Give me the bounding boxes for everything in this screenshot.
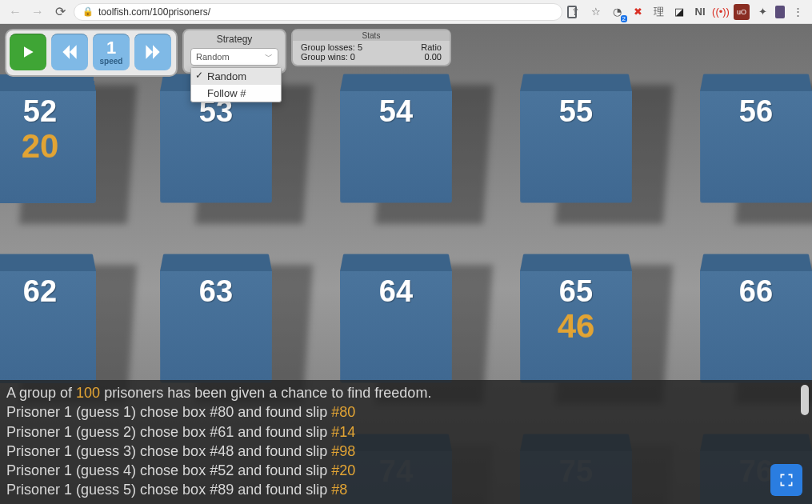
box-number: 65: [559, 274, 593, 309]
box-number: 63: [199, 274, 233, 309]
box-number: 52: [23, 94, 57, 129]
box-62[interactable]: 62: [0, 244, 112, 383]
chevron-down-icon: ﹀: [265, 51, 273, 62]
speed-button[interactable]: 1 speed: [93, 34, 130, 70]
box-front: 56: [700, 91, 812, 203]
ext-badge-icon[interactable]: ◔: [609, 4, 625, 20]
box-63[interactable]: 63: [160, 244, 288, 383]
box-number: 62: [23, 274, 57, 309]
box-54[interactable]: 54: [340, 64, 468, 203]
strategy-title: Strategy: [190, 34, 278, 45]
box-front: 5220: [0, 91, 96, 203]
event-log: A group of 100 prisoners has been given …: [0, 380, 812, 504]
log-line: Prisoner 1 (guess 1) chose box #80 and f…: [6, 402, 806, 422]
profile-icon[interactable]: [775, 6, 785, 18]
box-lid: [340, 254, 452, 271]
box-lid: [700, 74, 812, 91]
ext-close-icon[interactable]: ✖: [630, 4, 646, 20]
log-line: Prisoner 1 (guess 5) chose box #89 and f…: [6, 480, 806, 499]
box-front: 54: [340, 91, 452, 203]
nav-back-icon[interactable]: ←: [6, 3, 24, 21]
nav-reload-icon[interactable]: ⟳: [51, 3, 69, 21]
stats-losses-label: Group losses:: [301, 42, 355, 52]
box-65[interactable]: 6546: [520, 244, 648, 383]
log-line: Prisoner 1 (guess 3) chose box #48 and f…: [6, 442, 806, 461]
extensions-icon[interactable]: ✦: [754, 4, 770, 20]
box-slip: 20: [22, 127, 59, 166]
star-icon[interactable]: ☆: [588, 4, 604, 20]
chrome-actions: ⇪ ☆ ◔ ✖ 理 ◪ NI ((•)) uO ✦ ⋮: [567, 4, 806, 20]
ext-kanji-icon[interactable]: 理: [650, 4, 666, 20]
box-lid: [520, 74, 632, 91]
speed-label: speed: [100, 57, 123, 66]
strategy-dropdown: Random Follow #: [190, 67, 282, 102]
control-panel: 1 speed Strategy Random ﹀ Random Follow …: [5, 29, 451, 77]
menu-dots-icon[interactable]: ⋮: [790, 4, 806, 20]
browser-chrome: ← → ⟳ 🔒 toolfish.com/100prisoners/ ⇪ ☆ ◔…: [0, 0, 812, 24]
simulation-stage: 1 speed Strategy Random ﹀ Random Follow …: [0, 24, 812, 504]
log-intro: A group of 100 prisoners has been given …: [6, 383, 806, 402]
forward-button[interactable]: [134, 34, 171, 70]
stats-wins-label: Group wins:: [301, 52, 348, 62]
ext-letters-icon[interactable]: NI: [692, 4, 708, 20]
strategy-option-follow[interactable]: Follow #: [191, 85, 281, 102]
box-52[interactable]: 5220: [0, 64, 112, 203]
box-number: 64: [379, 274, 413, 309]
play-button[interactable]: [10, 34, 46, 70]
box-lid: [520, 254, 632, 271]
box-number: 55: [559, 94, 593, 129]
ext-shield-icon[interactable]: uO: [734, 4, 750, 20]
strategy-selected: Random: [196, 52, 230, 62]
box-front: 6546: [520, 271, 632, 383]
stats-wins-value: 0: [350, 52, 355, 62]
ext-dark-icon[interactable]: ◪: [671, 4, 687, 20]
box-number: 66: [739, 274, 773, 309]
box-slip: 46: [558, 307, 595, 346]
box-number: 54: [379, 94, 413, 129]
stats-panel: Stats Group losses: 5 Ratio Group wins: …: [291, 29, 451, 66]
log-line: Prisoner 1 (guess 6) chose box #65 and f…: [6, 500, 806, 504]
box-lid: [0, 254, 96, 271]
nav-fwd-icon[interactable]: →: [29, 3, 46, 21]
strategy-option-random[interactable]: Random: [191, 68, 281, 85]
rewind-button[interactable]: [51, 34, 88, 70]
box-front: 55: [520, 91, 632, 203]
box-front: 63: [160, 271, 272, 383]
panel-icon[interactable]: [567, 6, 577, 18]
lock-icon: 🔒: [82, 6, 94, 17]
log-line: Prisoner 1 (guess 2) chose box #61 and f…: [6, 422, 806, 442]
box-front: 62: [0, 271, 96, 383]
box-64[interactable]: 64: [340, 244, 468, 383]
box-front: 66: [700, 271, 812, 383]
playback-controls: 1 speed: [5, 29, 178, 77]
box-lid: [160, 254, 272, 271]
url-text: toolfish.com/100prisoners/: [98, 6, 210, 18]
box-front: 64: [340, 271, 452, 383]
stats-ratio-label: Ratio: [421, 42, 442, 52]
fullscreen-icon: [778, 472, 794, 488]
ext-signal-icon[interactable]: ((•)): [713, 4, 729, 20]
stats-losses-value: 5: [358, 42, 362, 52]
speed-value: 1: [106, 39, 116, 57]
box-lid: [700, 254, 812, 271]
box-number: 56: [739, 94, 773, 129]
box-66[interactable]: 66: [700, 244, 812, 383]
box-56[interactable]: 56: [700, 64, 812, 203]
box-55[interactable]: 55: [520, 64, 648, 203]
box-front: 53: [160, 91, 272, 203]
fullscreen-button[interactable]: [770, 464, 802, 496]
strategy-select[interactable]: Random ﹀: [190, 48, 278, 66]
stats-ratio-value: 0.00: [425, 52, 442, 62]
log-scrollbar[interactable]: [801, 385, 809, 415]
address-bar[interactable]: 🔒 toolfish.com/100prisoners/: [74, 3, 562, 21]
strategy-panel: Strategy Random ﹀ Random Follow #: [182, 29, 286, 74]
stats-header: Stats: [293, 30, 450, 41]
log-line: Prisoner 1 (guess 4) chose box #52 and f…: [6, 461, 806, 480]
